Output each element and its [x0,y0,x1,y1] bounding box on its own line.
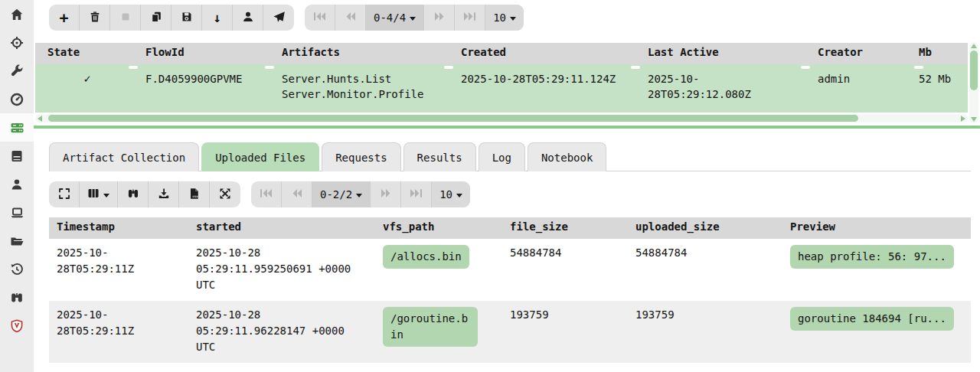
column-resize-notch [265,66,274,69]
col-timestamp[interactable]: Timestamp [49,217,188,239]
download-json-button[interactable] [149,181,179,207]
tab-results[interactable]: Results [403,142,476,171]
col-vfs-path[interactable]: vfs_path [375,217,502,239]
sidebar-item-hunts[interactable] [0,28,34,57]
tab-log[interactable]: Log [479,142,525,171]
col-state[interactable]: State [35,43,133,64]
horizontal-scroll-thumb[interactable] [48,115,858,122]
first-page-icon [260,188,273,201]
vertical-scroll-thumb[interactable] [970,51,978,90]
expand-arrows-icon [219,188,231,202]
columns-dropdown-button[interactable] [80,181,118,207]
scroll-left-icon[interactable] [38,116,42,122]
save-icon [181,11,193,25]
col-uploaded-size[interactable]: uploaded_size [628,217,782,239]
col-mb[interactable]: Mb [919,43,968,64]
upload-timestamp: 2025-10-28T05:29:11Z [49,239,188,301]
sidebar-item-artifacts[interactable] [0,57,34,85]
first-page-button[interactable] [251,181,282,207]
copy-button[interactable] [141,5,172,31]
sidebar-item-clients[interactable] [0,198,34,227]
stop-icon [119,11,132,25]
tab-notebook[interactable]: Notebook [528,142,606,171]
tab-uploaded-files[interactable]: Uploaded Files [201,142,319,171]
prev-page-button[interactable] [282,181,312,207]
upload-row[interactable]: 2025-10-28T05:29:11Z 2025-10-28 05:29:11… [49,301,971,363]
page-range-label: 0-2/2 [320,188,352,201]
expand-table-button[interactable] [210,181,240,207]
new-collection-button[interactable]: + [49,5,80,31]
scroll-right-icon[interactable] [961,116,965,122]
page-size-dropdown[interactable]: 10 [432,181,470,207]
flow-row-selected[interactable]: ✓ F.D4059900GPVME Server.Hunts.List Serv… [35,64,968,113]
next-page-button[interactable] [424,5,455,31]
scroll-down-icon[interactable] [971,117,977,122]
next-page-icon [381,188,391,201]
page-range-dropdown[interactable]: 0-4/4 [366,5,424,31]
binoculars-icon [10,291,24,305]
plus-icon: + [59,10,68,25]
flows-table-header: State FlowId Artifacts Created Last Acti… [35,43,968,64]
download-csv-button[interactable]: csv [179,181,210,207]
columns-icon [87,188,100,201]
chevron-down-icon [103,194,109,197]
page-range-label: 0-4/4 [374,11,406,24]
sidebar-item-home[interactable] [0,0,34,28]
col-last-active[interactable]: Last Active [635,43,805,64]
vfs-path-badge: /allocs.bin [383,245,469,269]
col-file-size[interactable]: file_size [502,217,628,239]
page-range-dropdown[interactable]: 0-2/2 [312,181,371,207]
scroll-up-icon[interactable] [971,44,977,48]
sidebar-item-vfs[interactable] [0,227,34,255]
tab-requests[interactable]: Requests [322,142,400,171]
flows-pagination: 0-4/4 10 [305,5,524,31]
sidebar-item-velociraptor-logo[interactable] [0,312,34,340]
sidebar-item-dashboard[interactable] [0,85,34,113]
first-page-button[interactable] [305,5,335,31]
upload-preview: heap profile: 56: 97... [782,239,971,301]
fullscreen-button[interactable] [49,181,80,207]
tab-artifact-collection[interactable]: Artifact Collection [49,142,199,171]
stop-button [110,5,141,31]
col-started[interactable]: started [188,217,375,239]
col-creator[interactable]: Creator [805,43,919,64]
upload-row[interactable]: 2025-10-28T05:29:11Z 2025-10-28 05:29:11… [49,239,971,301]
flows-horizontal-scrollbar[interactable] [35,114,968,122]
col-created[interactable]: Created [449,43,635,64]
next-page-button[interactable] [371,181,401,207]
save-button[interactable] [172,5,202,31]
last-page-icon [410,188,423,201]
last-page-button[interactable] [455,5,485,31]
user-button[interactable] [233,5,263,31]
user-icon [10,178,24,191]
prev-page-button[interactable] [335,5,366,31]
flow-created: 2025-10-28T05:29:11.124Z [449,64,635,113]
preview-badge[interactable]: heap profile: 56: 97... [790,245,954,269]
sidebar-item-search[interactable] [0,283,34,312]
copy-icon [150,11,162,25]
sidebar-item-users[interactable] [0,170,34,198]
launch-button[interactable] [263,5,294,31]
folder-open-icon [10,234,24,248]
col-preview[interactable]: Preview [782,217,971,239]
binoculars-icon [127,188,139,202]
page-size-dropdown[interactable]: 10 [485,5,524,31]
sidebar-item-notebooks[interactable] [0,142,34,170]
col-artifacts[interactable]: Artifacts [270,43,449,64]
history-icon [10,263,24,276]
delete-button[interactable] [80,5,110,31]
flows-table: State FlowId Artifacts Created Last Acti… [35,43,968,113]
sidebar-item-server-artifacts[interactable] [0,113,34,142]
download-arrow-icon: ↓ [213,11,220,24]
col-flowid[interactable]: FlowId [133,43,270,64]
last-page-button[interactable] [401,181,432,207]
preview-badge[interactable]: goroutine 184694 [ru... [790,307,954,331]
flows-toolbar: + ↓ [49,4,980,31]
search-rows-button[interactable] [118,181,149,207]
first-page-icon [313,11,326,24]
sidebar-item-audit[interactable] [0,255,34,283]
flows-vertical-scrollbar[interactable] [969,42,978,123]
green-divider [34,126,980,129]
download-button[interactable]: ↓ [202,5,233,31]
upload-started: 2025-10-28 05:29:11.959250691 +0000 UTC [188,239,375,301]
